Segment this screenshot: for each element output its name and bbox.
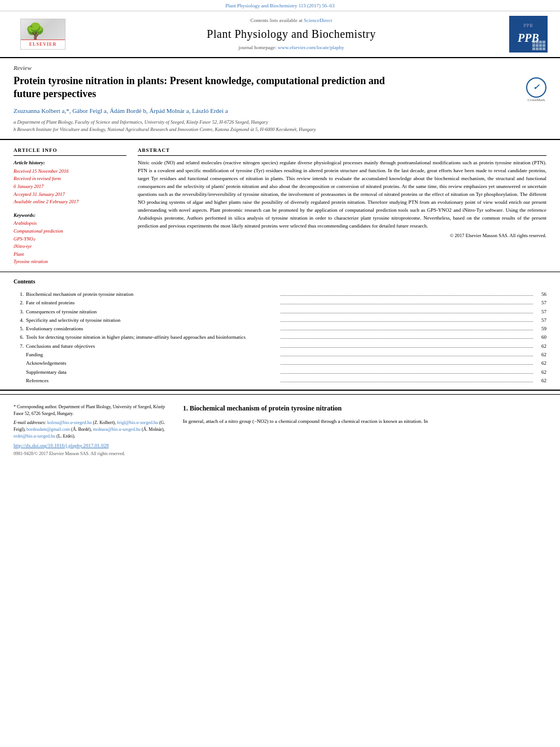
ppb-grid-decoration bbox=[532, 41, 545, 50]
toc-item-references: References 62 bbox=[14, 377, 546, 385]
article-dates: Received 15 November 2016 Received in re… bbox=[14, 168, 126, 206]
contents-available-line: Contents lists available at ScienceDirec… bbox=[82, 17, 500, 24]
journal-header: 🌳 ELSEVIER Contents lists available at S… bbox=[0, 11, 560, 58]
toc-item-1: 1. Biochemical mechanism of protein tyro… bbox=[14, 290, 546, 299]
section-1-text: In general, attach of a nitro group (−NO… bbox=[183, 418, 546, 426]
doi-link: http://dx.doi.org/10.1016/j.plaphy.2017.… bbox=[14, 442, 172, 449]
elsevier-logo-area: 🌳 ELSEVIER bbox=[9, 19, 77, 50]
abstract-heading: ABSTRACT bbox=[138, 147, 546, 156]
author-list: Zsuzsanna Kolbert a,*, Gábor Feigl a, Ád… bbox=[14, 107, 546, 115]
keywords-list: Arabidopsis Computational prediction GPS… bbox=[14, 220, 126, 266]
sciencedirect-link[interactable]: ScienceDirect bbox=[304, 18, 332, 23]
ppb-logo: PPB PPB bbox=[509, 16, 548, 53]
article-info-heading: ARTICLE INFO bbox=[14, 147, 126, 156]
keyword-gps: GPS-YNO₂ bbox=[14, 235, 126, 243]
toc-item-supplementary: Supplementary data 62 bbox=[14, 368, 546, 377]
ppb-logo-area: PPB PPB bbox=[506, 16, 551, 53]
abstract-panel: ABSTRACT Nitric oxide (NO) and related m… bbox=[138, 147, 546, 266]
article-title: Protein tyrosine nitration in plants: Pr… bbox=[14, 75, 397, 101]
elsevier-logo: 🌳 ELSEVIER bbox=[20, 19, 65, 50]
received-revised-label: Received in revised form bbox=[14, 175, 126, 183]
abstract-copyright: © 2017 Elsevier Masson SAS. All rights r… bbox=[138, 233, 546, 239]
article-history-label: Article history: bbox=[14, 159, 126, 167]
journal-name: Plant Physiology and Biochemistry bbox=[82, 26, 500, 42]
toc-item-6: 6. Tools for detecting tyrosine nitratio… bbox=[14, 333, 546, 342]
section-1-heading: 1. Biochemical mechanism of protein tyro… bbox=[183, 404, 546, 413]
keyword-plant: Plant bbox=[14, 251, 126, 259]
abstract-text: Nitric oxide (NO) and related molecules … bbox=[138, 159, 546, 230]
keyword-computational: Computational prediction bbox=[14, 228, 126, 235]
toc-item-3: 3. Consequences of tyrosine nitration 57 bbox=[14, 308, 546, 316]
affiliation-b: b Research Institute for Viticulture and… bbox=[14, 126, 546, 133]
accepted-date: Accepted 31 January 2017 bbox=[14, 191, 126, 199]
table-of-contents: Contents 1. Biochemical mechanism of pro… bbox=[0, 272, 560, 391]
email-link-4[interactable]: molnara@bio.u-szeged.hu bbox=[93, 427, 141, 432]
email-link-5[interactable]: erdei@bio.u-szeged.hu bbox=[14, 434, 55, 439]
affiliation-a: a Department of Plant Biology, Faculty o… bbox=[14, 119, 546, 126]
toc-item-4: 4. Specificity and selectivity of tyrosi… bbox=[14, 316, 546, 325]
journal-homepage-link[interactable]: www.elsevier.com/locate/plaphy bbox=[278, 45, 344, 50]
article-info-panel: ARTICLE INFO Article history: Received 1… bbox=[14, 147, 126, 266]
toc-item-7: 7. Conclusions and future objectives 62 bbox=[14, 342, 546, 351]
footer-notes: * Corresponding author. Department of Pl… bbox=[14, 404, 172, 457]
toc-item-acknowledgements: Acknowledgements 62 bbox=[14, 359, 546, 368]
toc-item-funding: Funding 62 bbox=[14, 351, 546, 359]
article-header: Review ✓ CrossMark Protein tyrosine nitr… bbox=[0, 58, 560, 140]
revised-date: 6 January 2017 bbox=[14, 183, 126, 191]
page-bottom: * Corresponding author. Department of Pl… bbox=[0, 398, 560, 462]
homepage-line: journal homepage: www.elsevier.com/locat… bbox=[82, 44, 500, 51]
elsevier-label: ELSEVIER bbox=[21, 40, 65, 49]
section-1-content: 1. Biochemical mechanism of protein tyro… bbox=[183, 404, 546, 457]
affiliations: a Department of Plant Biology, Faculty o… bbox=[14, 119, 546, 133]
available-date: Available online 2 February 2017 bbox=[14, 198, 126, 206]
crossmark: ✓ CrossMark bbox=[526, 77, 546, 103]
contents-heading: Contents bbox=[14, 278, 546, 286]
journal-citation: Plant Physiology and Biochemistry 113 (2… bbox=[0, 0, 560, 11]
toc-item-2: 2. Fate of nitrated proteins 57 bbox=[14, 299, 546, 307]
email-link-2[interactable]: feigl@bio.u-szeged.hu bbox=[117, 420, 158, 425]
journal-title-area: Contents lists available at ScienceDirec… bbox=[77, 17, 506, 51]
keyword-arabidopsis: Arabidopsis bbox=[14, 220, 126, 228]
corresponding-author-note: * Corresponding author. Department of Pl… bbox=[14, 404, 172, 417]
email-addresses: E-mail addresses: kolzsu@bio.u-szeged.hu… bbox=[14, 420, 172, 440]
received-date: Received 15 November 2016 bbox=[14, 168, 126, 176]
keywords-label: Keywords: bbox=[14, 212, 126, 219]
issn-copyright: 0981-9428/© 2017 Elsevier Masson SAS. Al… bbox=[14, 451, 172, 457]
keyword-tyrosine: Tyrosine nitration bbox=[14, 258, 126, 266]
toc-item-5: 5. Evolutionary considerations 59 bbox=[14, 325, 546, 333]
article-info-abstract-area: ARTICLE INFO Article history: Received 1… bbox=[0, 140, 560, 272]
keyword-initro: iNitro-tyr bbox=[14, 243, 126, 251]
article-type: Review bbox=[14, 64, 546, 72]
email-link-3[interactable]: bordeadam@gmail.com bbox=[27, 427, 70, 432]
email-link[interactable]: kolzsu@bio.u-szeged.hu bbox=[47, 420, 92, 425]
